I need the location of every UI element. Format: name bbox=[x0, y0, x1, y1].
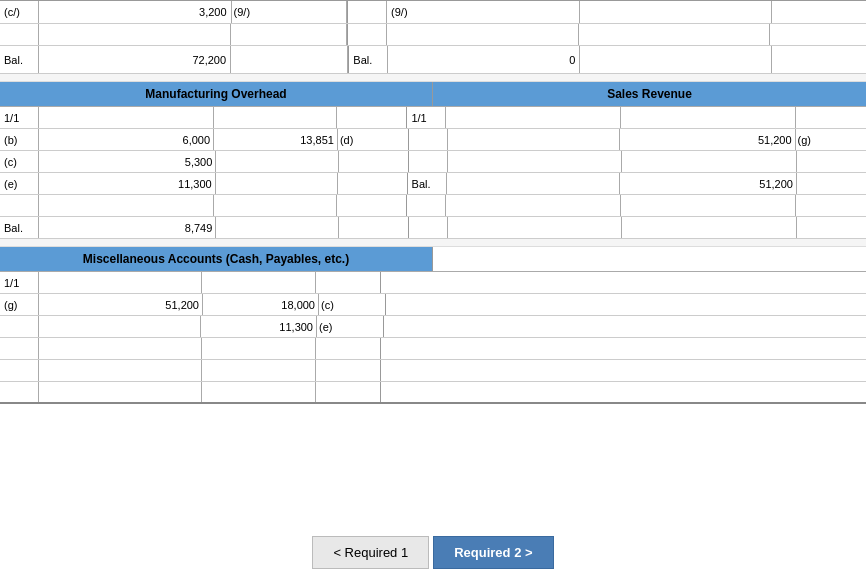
sr-row3-credit bbox=[622, 151, 796, 172]
spacer-2 bbox=[0, 239, 866, 247]
misc-row6-ref bbox=[316, 382, 382, 402]
bal-debit-left: 72,200 bbox=[38, 46, 231, 73]
sr-bal-debit bbox=[446, 173, 621, 194]
spacer-1 bbox=[0, 74, 866, 82]
misc-row3-right bbox=[384, 316, 866, 337]
sr-bal-label: Bal. bbox=[408, 178, 446, 190]
misc-row1-ref bbox=[316, 272, 382, 293]
mfg-row5-credit bbox=[214, 195, 337, 216]
misc-row4-ref bbox=[316, 338, 382, 359]
misc-row5-debit bbox=[38, 360, 202, 381]
sr-row2-ref: (g) bbox=[796, 129, 866, 150]
sr-row1-ref bbox=[796, 107, 866, 128]
mfg-row1-credit bbox=[214, 107, 337, 128]
bal-credit-right bbox=[580, 46, 772, 73]
misc-row4-right bbox=[381, 338, 866, 359]
mfg-row3-credit bbox=[216, 151, 338, 172]
sr-bal-credit: 51,200 bbox=[620, 173, 797, 194]
misc-row1-debit bbox=[38, 272, 202, 293]
mfg-row1-ref bbox=[337, 107, 408, 128]
top-debit-right: (9/) bbox=[386, 1, 580, 23]
empty-credit-r1 bbox=[579, 24, 771, 45]
mfg-row1-label: 1/1 bbox=[0, 112, 38, 124]
misc-row5-right bbox=[381, 360, 866, 381]
misc-row6-credit bbox=[202, 382, 316, 402]
sales-revenue-header: Sales Revenue bbox=[433, 82, 866, 106]
mfg-row4-label: (e) bbox=[0, 178, 38, 190]
misc-row4-credit bbox=[202, 338, 316, 359]
sr-row5-credit bbox=[621, 195, 796, 216]
misc-row2-right bbox=[386, 294, 866, 315]
bal-credit-left bbox=[231, 46, 348, 73]
top-debit-left: 3,200 bbox=[38, 1, 232, 23]
mfg-row3-debit: 5,300 bbox=[38, 151, 216, 172]
prev-label: < Required 1 bbox=[333, 545, 408, 560]
top-label-left: (c/) bbox=[0, 6, 38, 18]
sr-row5-debit bbox=[445, 195, 621, 216]
mfg-row3-ref bbox=[339, 151, 409, 172]
empty-debit-r1 bbox=[386, 24, 579, 45]
sr-extra-debit bbox=[447, 217, 622, 238]
mfg-row5-ref bbox=[337, 195, 408, 216]
sr-row5-ref bbox=[796, 195, 866, 216]
mfg-row2-label: (b) bbox=[0, 134, 38, 146]
sr-row2-credit: 51,200 bbox=[620, 129, 795, 150]
mfg-bal-debit: 8,749 bbox=[38, 217, 216, 238]
mfg-row3-label: (c) bbox=[0, 156, 38, 168]
sr-row3-debit bbox=[447, 151, 622, 172]
empty-debit-1 bbox=[38, 24, 231, 45]
misc-row2-ref: (c) bbox=[319, 294, 386, 315]
sr-extra-credit bbox=[622, 217, 796, 238]
misc-row2-debit: 51,200 bbox=[38, 294, 203, 315]
mfg-overhead-header: Manufacturing Overhead bbox=[0, 82, 433, 106]
bal-label-right: Bal. bbox=[349, 54, 387, 66]
misc-row2-label: (g) bbox=[0, 299, 38, 311]
mfg-row5-debit bbox=[38, 195, 214, 216]
misc-row2-credit: 18,000 bbox=[203, 294, 319, 315]
sr-bal-ref bbox=[797, 173, 866, 194]
next-label: Required 2 > bbox=[454, 545, 532, 560]
bal-label-left: Bal. bbox=[0, 54, 38, 66]
mfg-row4-credit bbox=[216, 173, 338, 194]
sr-extra-ref bbox=[797, 217, 866, 238]
misc-header: Miscellaneous Accounts (Cash, Payables, … bbox=[0, 247, 433, 271]
prev-button[interactable]: < Required 1 bbox=[312, 536, 429, 569]
mfg-bal-ref bbox=[339, 217, 409, 238]
empty-credit-1 bbox=[231, 24, 347, 45]
sr-row1-debit bbox=[445, 107, 621, 128]
misc-row1-credit bbox=[202, 272, 316, 293]
sr-row3-ref bbox=[797, 151, 866, 172]
misc-row6-debit bbox=[38, 382, 202, 402]
top-credit-left: (9/) bbox=[232, 1, 348, 23]
misc-row4-debit bbox=[38, 338, 202, 359]
misc-row5-ref bbox=[316, 360, 382, 381]
mfg-row4-debit: 11,300 bbox=[38, 173, 216, 194]
mfg-row2-debit: 6,000 bbox=[38, 129, 214, 150]
misc-row6-right bbox=[381, 382, 866, 402]
misc-row1-label: 1/1 bbox=[0, 277, 38, 289]
sr-row1-credit bbox=[621, 107, 796, 128]
misc-row3-ref: (e) bbox=[317, 316, 384, 337]
mfg-bal-label: Bal. bbox=[0, 222, 38, 234]
mfg-row1-debit bbox=[38, 107, 214, 128]
navigation-bar: < Required 1 Required 2 > bbox=[0, 524, 866, 585]
misc-row1-right bbox=[381, 272, 866, 293]
bal-debit-right: 0 bbox=[387, 46, 580, 73]
next-button[interactable]: Required 2 > bbox=[433, 536, 553, 569]
misc-row5-credit bbox=[202, 360, 316, 381]
bal-space-right bbox=[772, 46, 866, 73]
mfg-row2-ref: (d) bbox=[338, 129, 409, 150]
top-credit-right bbox=[580, 1, 773, 23]
empty-space-r1 bbox=[770, 24, 865, 45]
top-space-right bbox=[772, 1, 866, 23]
sr-row1-label: 1/1 bbox=[407, 112, 445, 124]
misc-row3-credit: 11,300 bbox=[201, 316, 317, 337]
mfg-row2-credit: 13,851 bbox=[214, 129, 338, 150]
mfg-bal-credit bbox=[216, 217, 338, 238]
mfg-row4-ref bbox=[338, 173, 408, 194]
misc-header-right bbox=[433, 247, 866, 271]
sr-row2-debit bbox=[447, 129, 620, 150]
misc-row3-debit bbox=[38, 316, 201, 337]
